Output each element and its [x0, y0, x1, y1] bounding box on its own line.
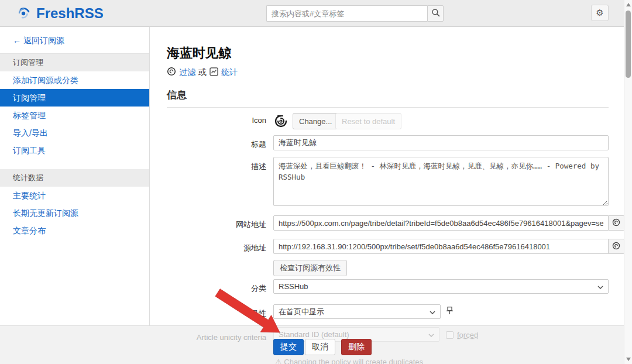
submit-button[interactable]: 提交 [273, 339, 304, 355]
sidebar-item-tag-management[interactable]: 标签管理 [0, 107, 149, 124]
website-url-label: 网站地址 [167, 219, 266, 230]
window-scrollbar[interactable] [624, 0, 632, 364]
description-textarea[interactable]: 海蓝深处，且看巨鲸翻滚！ - 林深时见鹿，海蓝时见鲸，见鹿、见鲸，亦见你…… -… [273, 157, 609, 206]
forced-checkbox [446, 331, 454, 339]
settings-button[interactable]: ⚙ [591, 5, 609, 21]
chevron-down-icon [428, 330, 434, 339]
sidebar-item-subscription-tools[interactable]: 订阅工具 [0, 142, 149, 159]
feed-title: 海蓝时见鲸 [167, 44, 231, 62]
category-select[interactable]: RSSHub [273, 279, 609, 294]
loupe-icon [612, 218, 620, 228]
reset-icon-button: Reset to default [335, 113, 401, 129]
unicity-selected-value: Standard ID (default) [279, 330, 349, 339]
gear-icon: ⚙ [596, 8, 603, 18]
logo-text: FreshRSS [36, 5, 104, 22]
unicity-label: Article unicity criteria [167, 333, 266, 342]
icon-label: Icon [167, 116, 266, 125]
category-selected-value: RSSHub [279, 282, 308, 291]
open-feed-button[interactable] [609, 239, 624, 254]
scrollbar-up-arrow-icon[interactable] [626, 3, 631, 6]
open-website-button[interactable] [609, 215, 624, 231]
description-label: 描述 [167, 162, 266, 172]
search-button[interactable] [427, 5, 444, 22]
main-content: 海蓝时见鲸 过滤 或 统计 信息 Icon Change... [150, 27, 624, 364]
feed-url-group [273, 239, 624, 254]
chevron-down-icon [430, 307, 435, 316]
visibility-label: 可见性 [167, 308, 266, 319]
sidebar-item-main-statistics[interactable]: 主要统计 [0, 187, 149, 204]
sidebar-nav: ← 返回订阅源 订阅管理 添加订阅源或分类 订阅管理 标签管理 导入/导出 订阅… [0, 27, 150, 364]
website-url-input[interactable] [273, 215, 609, 231]
sidebar-back-to-feeds-link[interactable]: ← 返回订阅源 [0, 27, 149, 54]
statistics-link[interactable]: 统计 [221, 67, 238, 78]
title-input[interactable] [273, 135, 609, 150]
section-title-information: 信息 [167, 88, 609, 108]
visibility-selected-value: 在首页中显示 [279, 307, 324, 317]
unicity-warning-text: ⚠ Changing the policy will create duplic… [275, 358, 423, 364]
search-bar [266, 5, 444, 22]
check-feed-validity-button[interactable]: 检查订阅源有效性 [273, 260, 347, 276]
sidebar-item-add-feed-or-category[interactable]: 添加订阅源或分类 [0, 71, 149, 89]
forced-label: forced [457, 331, 478, 339]
website-url-group [273, 215, 624, 231]
statistics-icon [209, 67, 218, 78]
scrollbar-thumb[interactable] [626, 11, 631, 78]
sticky-action-bar: Article unicity criteria Standard ID (de… [0, 325, 624, 364]
sidebar-spacer [0, 159, 149, 169]
sidebar-item-idle-feeds[interactable]: 长期无更新订阅源 [0, 204, 149, 222]
sidebar-item-article-repartition[interactable]: 文章分布 [0, 222, 149, 239]
sidebar-item-import-export[interactable]: 导入/导出 [0, 124, 149, 142]
pushpin-icon [446, 307, 454, 317]
feed-url-input[interactable] [273, 239, 609, 254]
title-label: 标题 [167, 139, 266, 150]
feed-favicon [273, 114, 288, 129]
category-label: 分类 [167, 283, 266, 294]
change-icon-button[interactable]: Change... [293, 113, 338, 129]
chevron-down-icon [597, 282, 603, 291]
forced-checkbox-row: forced [446, 331, 478, 339]
loupe-icon [612, 242, 620, 252]
freshrss-swirl-icon [16, 4, 33, 22]
feed-subnav: 过滤 或 统计 [167, 67, 238, 78]
visibility-select[interactable]: 在首页中显示 [273, 304, 441, 319]
loupe-icon [167, 67, 176, 78]
freshrss-logo[interactable]: FreshRSS [16, 4, 104, 22]
search-input[interactable] [266, 5, 427, 22]
delete-button[interactable]: 删除 [341, 339, 372, 355]
sidebar-section-statistics: 统计数据 [0, 169, 149, 187]
or-text: 或 [198, 67, 207, 78]
feed-url-label: 源地址 [167, 243, 266, 253]
magnifier-icon [431, 8, 440, 19]
filter-link[interactable]: 过滤 [179, 67, 195, 78]
scrollbar-down-arrow-icon[interactable] [626, 358, 631, 361]
top-header: FreshRSS ⚙ [0, 0, 624, 27]
sidebar-item-subscription-management[interactable]: 订阅管理 [0, 89, 149, 107]
sidebar-section-subscription-management: 订阅管理 [0, 54, 149, 71]
cancel-button[interactable]: 取消 [305, 339, 335, 355]
